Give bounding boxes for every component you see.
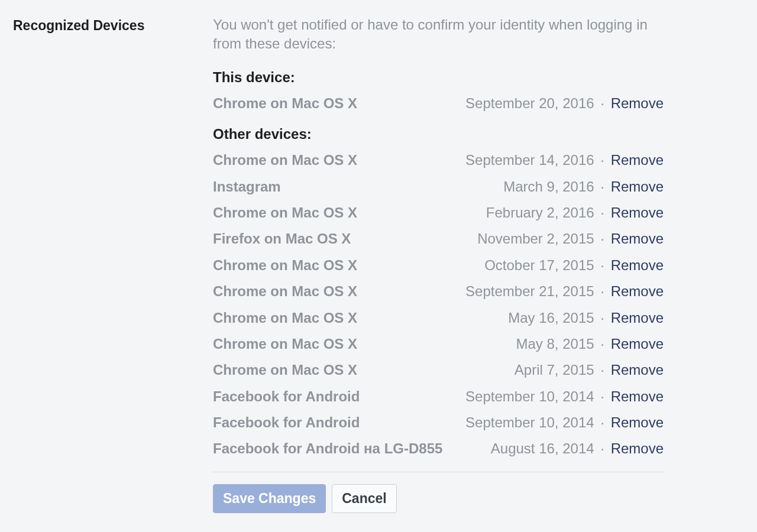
left-column: Recognized Devices — [13, 12, 213, 513]
remove-link[interactable]: Remove — [611, 179, 664, 194]
remove-link[interactable]: Remove — [611, 231, 664, 246]
right-column: You won't get notified or have to confir… — [213, 12, 664, 513]
device-name: Facebook for Android — [213, 387, 465, 406]
separator: · — [597, 95, 609, 111]
device-name: Facebook for Android на LG-D855 — [213, 439, 491, 458]
device-row: Chrome on Mac OS XSeptember 21, 2015 · R… — [213, 282, 664, 301]
device-meta: May 16, 2015 · Remove — [508, 309, 664, 327]
device-date: October 17, 2015 — [484, 257, 594, 273]
other-devices-list: Chrome on Mac OS XSeptember 14, 2016 · R… — [213, 151, 664, 459]
device-meta: October 17, 2015 · Remove — [484, 256, 664, 275]
device-row: Chrome on Mac OS XMay 16, 2015 · Remove — [213, 309, 664, 327]
device-date: March 9, 2016 — [503, 179, 594, 194]
separator: · — [597, 336, 609, 352]
device-name: Chrome on Mac OS X — [213, 94, 465, 113]
device-row: InstagramMarch 9, 2016 · Remove — [213, 177, 664, 196]
device-name: Chrome on Mac OS X — [213, 256, 484, 275]
device-meta: February 2, 2016 · Remove — [486, 203, 664, 222]
device-name: Chrome on Mac OS X — [213, 335, 516, 353]
device-date: September 14, 2016 — [465, 152, 594, 168]
device-row: Facebook for AndroidSeptember 10, 2014 ·… — [213, 387, 664, 406]
device-date: November 2, 2015 — [477, 231, 594, 246]
device-meta: March 9, 2016 · Remove — [503, 177, 664, 196]
separator: · — [597, 414, 609, 430]
remove-link[interactable]: Remove — [611, 388, 664, 404]
device-row: Chrome on Mac OS XSeptember 14, 2016 · R… — [213, 151, 664, 170]
device-row: Chrome on Mac OS XApril 7, 2015 · Remove — [213, 361, 664, 379]
remove-link[interactable]: Remove — [611, 440, 664, 456]
remove-link[interactable]: Remove — [611, 283, 664, 299]
device-date: September 20, 2016 — [465, 95, 594, 111]
button-row: Save Changes Cancel — [213, 484, 664, 514]
device-meta: May 8, 2015 · Remove — [516, 335, 664, 353]
separator: · — [597, 231, 609, 246]
device-name: Chrome on Mac OS X — [213, 282, 465, 301]
remove-link[interactable]: Remove — [611, 95, 664, 111]
cancel-button[interactable]: Cancel — [332, 484, 396, 514]
device-name: Facebook for Android — [213, 413, 465, 432]
device-row: Chrome on Mac OS XOctober 17, 2015 · Rem… — [213, 256, 664, 275]
device-row: Facebook for Android на LG-D855August 16… — [213, 439, 664, 458]
device-meta: April 7, 2015 · Remove — [515, 361, 664, 379]
section-title: Recognized Devices — [13, 18, 213, 34]
device-name: Firefox on Mac OS X — [213, 229, 477, 248]
separator: · — [597, 179, 609, 194]
separator: · — [597, 257, 609, 273]
divider — [213, 472, 664, 472]
device-name: Chrome on Mac OS X — [213, 309, 508, 327]
device-date: May 8, 2015 — [516, 336, 594, 352]
device-name: Chrome on Mac OS X — [213, 203, 486, 222]
device-meta: November 2, 2015 · Remove — [477, 229, 664, 248]
remove-link[interactable]: Remove — [611, 205, 664, 220]
device-meta: September 21, 2015 · Remove — [465, 282, 664, 301]
device-row: Firefox on Mac OS XNovember 2, 2015 · Re… — [213, 229, 664, 248]
separator: · — [597, 440, 609, 456]
device-meta: September 10, 2014 · Remove — [465, 387, 664, 406]
device-date: September 21, 2015 — [465, 283, 594, 299]
device-meta: August 16, 2014 · Remove — [491, 439, 664, 458]
remove-link[interactable]: Remove — [611, 362, 664, 378]
device-row: Chrome on Mac OS XSeptember 20, 2016 · R… — [213, 94, 664, 113]
recognized-devices-panel: Recognized Devices You won't get notifie… — [0, 0, 757, 531]
device-meta: September 10, 2014 · Remove — [465, 413, 664, 432]
separator: · — [597, 362, 609, 378]
device-date: February 2, 2016 — [486, 205, 594, 220]
device-date: August 16, 2014 — [491, 440, 594, 456]
this-device-list: Chrome on Mac OS XSeptember 20, 2016 · R… — [213, 94, 664, 113]
device-row: Chrome on Mac OS XMay 8, 2015 · Remove — [213, 335, 664, 353]
device-row: Facebook for AndroidSeptember 10, 2014 ·… — [213, 413, 664, 432]
device-name: Chrome on Mac OS X — [213, 151, 465, 170]
device-date: September 10, 2014 — [465, 414, 594, 430]
separator: · — [597, 205, 609, 220]
separator: · — [597, 388, 609, 404]
remove-link[interactable]: Remove — [611, 414, 664, 430]
save-changes-button[interactable]: Save Changes — [213, 484, 326, 514]
remove-link[interactable]: Remove — [611, 257, 664, 273]
device-name: Chrome on Mac OS X — [213, 361, 515, 379]
section-description: You won't get notified or have to confir… — [213, 15, 664, 54]
separator: · — [597, 310, 609, 326]
device-name: Instagram — [213, 177, 503, 196]
remove-link[interactable]: Remove — [611, 152, 664, 168]
this-device-header: This device: — [213, 69, 664, 86]
other-devices-header: Other devices: — [213, 126, 664, 142]
device-meta: September 14, 2016 · Remove — [465, 151, 664, 170]
device-meta: September 20, 2016 · Remove — [465, 94, 664, 113]
device-row: Chrome on Mac OS XFebruary 2, 2016 · Rem… — [213, 203, 664, 222]
device-date: September 10, 2014 — [465, 388, 594, 404]
device-date: May 16, 2015 — [508, 310, 594, 326]
separator: · — [597, 152, 609, 168]
separator: · — [597, 283, 609, 299]
remove-link[interactable]: Remove — [611, 336, 664, 352]
device-date: April 7, 2015 — [515, 362, 594, 378]
remove-link[interactable]: Remove — [611, 310, 664, 326]
